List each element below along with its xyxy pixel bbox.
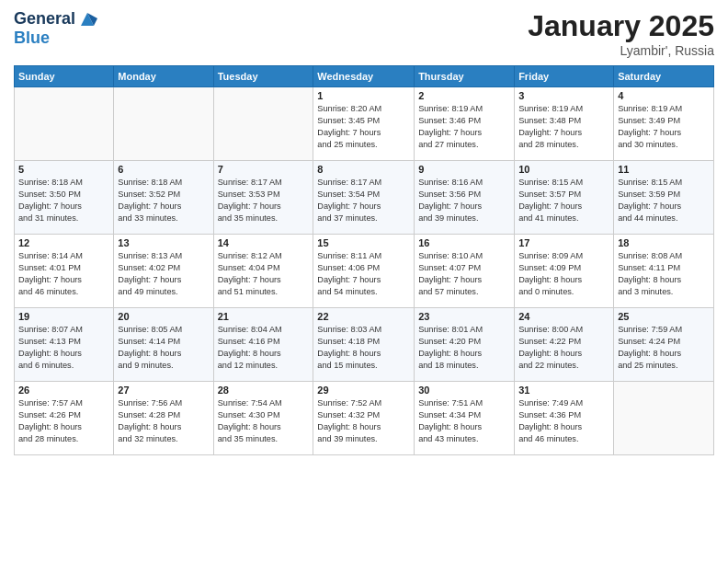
day-info-line: Daylight: 8 hours [618, 348, 710, 360]
day-info-line: Sunset: 4:18 PM [317, 336, 410, 348]
day-info-line: Sunrise: 8:18 AM [18, 177, 109, 189]
day-number: 26 [18, 385, 109, 396]
day-number: 11 [618, 164, 710, 175]
day-info-line: and 28 minutes. [518, 139, 609, 151]
page: General Blue January 2025 Lyambir', Russ… [0, 0, 728, 563]
calendar-cell [213, 87, 313, 161]
month-title: January 2025 [528, 9, 714, 43]
calendar-cell: 30Sunrise: 7:51 AMSunset: 4:34 PMDayligh… [415, 382, 515, 455]
day-info-line: Sunrise: 8:17 AM [218, 177, 310, 189]
logo-blue: Blue [14, 29, 97, 48]
day-info-line: Sunrise: 7:52 AM [317, 397, 410, 409]
day-number: 6 [118, 164, 209, 175]
day-info-line: Sunrise: 8:12 AM [218, 250, 310, 262]
day-number: 30 [418, 385, 510, 396]
day-number: 7 [218, 164, 310, 175]
day-info-line: and 6 minutes. [18, 360, 109, 372]
day-info-line: Sunrise: 8:17 AM [317, 177, 410, 189]
calendar-cell: 12Sunrise: 8:14 AMSunset: 4:01 PMDayligh… [15, 235, 114, 308]
day-info-line: and 0 minutes. [518, 286, 609, 298]
day-number: 27 [118, 385, 209, 396]
day-info-line: Sunrise: 8:16 AM [418, 177, 510, 189]
calendar-cell: 29Sunrise: 7:52 AMSunset: 4:32 PMDayligh… [313, 382, 415, 455]
day-number: 4 [618, 90, 710, 101]
day-info-line: Sunset: 4:32 PM [317, 409, 410, 421]
day-info-line: Daylight: 7 hours [618, 201, 710, 213]
day-info-line: Sunset: 4:04 PM [218, 262, 310, 274]
day-info-line: and 51 minutes. [218, 286, 310, 298]
day-info-line: Daylight: 7 hours [518, 201, 609, 213]
calendar-cell: 22Sunrise: 8:03 AMSunset: 4:18 PMDayligh… [313, 308, 415, 382]
day-info-line: Sunset: 4:13 PM [18, 336, 109, 348]
day-info-line: Daylight: 8 hours [317, 421, 410, 433]
calendar-week-5: 26Sunrise: 7:57 AMSunset: 4:26 PMDayligh… [15, 382, 714, 455]
calendar-cell [614, 382, 714, 455]
day-info-line: Sunset: 3:50 PM [18, 189, 109, 201]
day-info-line: and 33 minutes. [118, 213, 209, 224]
day-info-line: Daylight: 8 hours [18, 348, 109, 360]
day-info-line: Sunset: 4:14 PM [118, 336, 209, 348]
day-info-line: Sunrise: 8:00 AM [518, 324, 609, 336]
day-info-line: and 39 minutes. [317, 433, 410, 445]
day-info-line: Daylight: 8 hours [518, 274, 609, 286]
day-info-line: Daylight: 8 hours [18, 421, 109, 433]
day-info-line: Daylight: 7 hours [418, 274, 510, 286]
day-info-line: Daylight: 8 hours [418, 421, 510, 433]
calendar-cell: 14Sunrise: 8:12 AMSunset: 4:04 PMDayligh… [213, 235, 313, 308]
day-info-line: Sunset: 3:56 PM [418, 189, 510, 201]
day-info-line: Sunset: 3:53 PM [218, 189, 310, 201]
day-info-line: Sunset: 3:49 PM [618, 115, 710, 127]
day-info-line: Daylight: 8 hours [118, 421, 209, 433]
day-info-line: Daylight: 7 hours [118, 274, 209, 286]
day-info-line: and 35 minutes. [218, 433, 310, 445]
day-info-line: Sunrise: 7:54 AM [218, 397, 310, 409]
calendar-cell: 4Sunrise: 8:19 AMSunset: 3:49 PMDaylight… [614, 87, 714, 161]
day-info-line: Daylight: 7 hours [618, 127, 710, 139]
day-info-line: Daylight: 7 hours [18, 274, 109, 286]
day-info-line: and 49 minutes. [118, 286, 209, 298]
calendar-cell: 26Sunrise: 7:57 AMSunset: 4:26 PMDayligh… [15, 382, 114, 455]
calendar-cell: 2Sunrise: 8:19 AMSunset: 3:46 PMDaylight… [415, 87, 515, 161]
day-info-line: Sunset: 4:30 PM [218, 409, 310, 421]
day-info-line: and 18 minutes. [418, 360, 510, 372]
day-info-line: and 3 minutes. [618, 286, 710, 298]
calendar-table: SundayMondayTuesdayWednesdayThursdayFrid… [14, 65, 714, 455]
calendar-cell: 3Sunrise: 8:19 AMSunset: 3:48 PMDaylight… [515, 87, 614, 161]
day-info-line: Daylight: 8 hours [218, 421, 310, 433]
weekday-header-sunday: Sunday [15, 66, 114, 87]
day-info-line: and 39 minutes. [418, 213, 510, 224]
day-info-line: Sunset: 4:02 PM [118, 262, 209, 274]
day-info-line: and 25 minutes. [317, 139, 410, 151]
day-info-line: Sunset: 3:45 PM [317, 115, 410, 127]
day-info-line: Daylight: 7 hours [317, 127, 410, 139]
day-info-line: Sunset: 4:24 PM [618, 336, 710, 348]
day-info-line: Daylight: 7 hours [418, 127, 510, 139]
calendar-cell: 23Sunrise: 8:01 AMSunset: 4:20 PMDayligh… [415, 308, 515, 382]
day-number: 25 [618, 311, 710, 322]
day-number: 28 [218, 385, 310, 396]
day-info-line: Daylight: 7 hours [418, 201, 510, 213]
day-info-line: Sunrise: 7:49 AM [518, 397, 609, 409]
header: General Blue January 2025 Lyambir', Russ… [14, 9, 714, 58]
day-info-line: Sunset: 4:16 PM [218, 336, 310, 348]
day-info-line: and 44 minutes. [618, 213, 710, 224]
day-info-line: Sunrise: 8:19 AM [518, 103, 609, 115]
calendar-week-4: 19Sunrise: 8:07 AMSunset: 4:13 PMDayligh… [15, 308, 714, 382]
day-number: 8 [317, 164, 410, 175]
day-info-line: Sunset: 4:06 PM [317, 262, 410, 274]
logo-icon [77, 9, 97, 29]
day-number: 5 [18, 164, 109, 175]
logo-general: General [14, 10, 75, 29]
day-number: 21 [218, 311, 310, 322]
day-info-line: Daylight: 8 hours [418, 348, 510, 360]
day-info-line: Sunset: 4:34 PM [418, 409, 510, 421]
day-info-line: and 35 minutes. [218, 213, 310, 224]
day-number: 3 [518, 90, 609, 101]
calendar-cell: 1Sunrise: 8:20 AMSunset: 3:45 PMDaylight… [313, 87, 415, 161]
day-info-line: Daylight: 8 hours [218, 348, 310, 360]
calendar-week-1: 1Sunrise: 8:20 AMSunset: 3:45 PMDaylight… [15, 87, 714, 161]
weekday-header-wednesday: Wednesday [313, 66, 415, 87]
calendar-cell [114, 87, 213, 161]
day-info-line: Daylight: 7 hours [218, 201, 310, 213]
day-number: 1 [317, 90, 410, 101]
